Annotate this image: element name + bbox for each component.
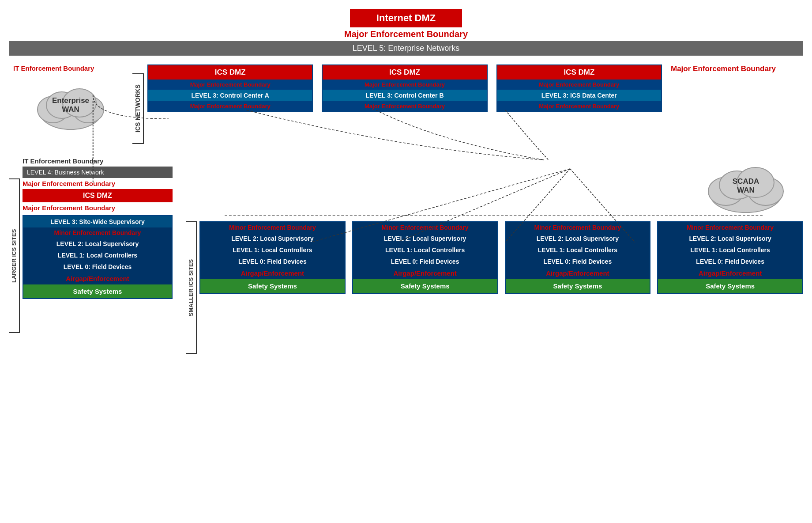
major-enforcement-right: Major Enforcement Boundary xyxy=(671,64,803,73)
large-site-level1: LEVEL 1: Local Controllers xyxy=(23,250,172,261)
small2-safety: Safety Systems xyxy=(353,279,497,293)
small-ics-box-4: Minor Enforcement Boundary LEVEL 2: Loca… xyxy=(657,221,803,294)
small2-level2: LEVEL 2: Local Supervisory xyxy=(353,233,497,244)
internet-dmz-banner: Internet DMZ xyxy=(350,9,462,27)
main-container: Internet DMZ Major Enforcement Boundary … xyxy=(0,0,812,523)
large-ics-site-box: LEVEL 3: Site-Wide Supervisory Minor Enf… xyxy=(23,215,173,299)
small3-airgap: Airgap/Enforcement xyxy=(506,267,650,279)
small1-level2-name: Local Supervisory xyxy=(260,235,313,242)
smaller-boxes-row: Minor Enforcement Boundary LEVEL 2: Loca… xyxy=(199,221,803,354)
large-site-level3: LEVEL 3: Site-Wide Supervisory xyxy=(23,216,172,227)
major-enforcement-top: Major Enforcement Boundary xyxy=(344,29,468,39)
large-level1-name: Local Controllers xyxy=(86,252,137,259)
ics-enf-2b: Major Enforcement Boundary xyxy=(323,101,486,111)
small4-level1-label: LEVEL 1: xyxy=(691,246,718,254)
ics-level-1: LEVEL 3: Control Center A xyxy=(148,90,312,101)
small4-level0-name: Field Devices xyxy=(725,258,764,265)
ics-box-3: ICS DMZ Major Enforcement Boundary LEVEL… xyxy=(496,64,662,112)
ics-dmz-3: ICS DMZ xyxy=(497,65,661,80)
ics-networks-section: ICS NETWORKS ICS DMZ Major Enforcement B… xyxy=(132,60,662,144)
major-enf-red-2: Major Enforcement Boundary xyxy=(23,204,173,212)
ics-level-2-label: LEVEL 3: xyxy=(365,92,392,99)
ics-enf-1a: Major Enforcement Boundary xyxy=(148,80,312,90)
large-level2-label: LEVEL 2: xyxy=(56,240,83,247)
ics-boxes-row: ICS DMZ Major Enforcement Boundary LEVEL… xyxy=(147,64,662,112)
small1-minor-enf: Minor Enforcement Boundary xyxy=(200,222,345,233)
ics-enf-3a: Major Enforcement Boundary xyxy=(497,80,661,90)
small4-level2: LEVEL 2: Local Supervisory xyxy=(658,233,802,244)
ics-enf-1b: Major Enforcement Boundary xyxy=(148,101,312,111)
small4-level1-name: Local Controllers xyxy=(719,246,770,254)
ics-enf-3b: Major Enforcement Boundary xyxy=(497,101,661,111)
small3-level2-name: Local Supervisory xyxy=(565,235,619,242)
large-site-airgap: Airgap/Enforcement xyxy=(23,273,172,284)
ics-dmz-1: ICS DMZ xyxy=(148,65,312,80)
enterprise-wan-cloud: Enterprise WAN xyxy=(35,79,106,132)
enterprise-wan-label: Enterprise WAN xyxy=(52,96,89,114)
small1-airgap: Airgap/Enforcement xyxy=(200,267,345,279)
small1-level1-name: Local Controllers xyxy=(261,246,312,254)
small3-level2: LEVEL 2: Local Supervisory xyxy=(506,233,650,244)
ics-level-1-name: Control Center A xyxy=(220,92,269,99)
small3-level0-name: Field Devices xyxy=(572,258,612,265)
small2-level0-name: Field Devices xyxy=(420,258,459,265)
ics-level-2-name: Control Center B xyxy=(395,92,444,99)
large-level0-label: LEVEL 0: xyxy=(64,263,90,270)
ics-level-3: LEVEL 3: ICS Data Center xyxy=(497,90,661,101)
scada-wan-row: SCADA WAN xyxy=(186,157,803,215)
larger-ics-label: LARGER ICS SITES xyxy=(9,178,20,333)
ics-enf-2a: Major Enforcement Boundary xyxy=(323,80,486,90)
ics-box-2: ICS DMZ Major Enforcement Boundary LEVEL… xyxy=(322,64,487,112)
ics-dmz-red: ICS DMZ xyxy=(23,189,173,202)
smaller-ics-section: SCADA WAN SMALLER ICS SITES Minor Enforc… xyxy=(186,157,803,354)
level4-banner: LEVEL 4: Business Network xyxy=(23,167,173,178)
small1-level1: LEVEL 1: Local Controllers xyxy=(200,244,345,256)
small2-level1-name: Local Controllers xyxy=(414,246,465,254)
larger-ics-bracket: LARGER ICS SITES xyxy=(9,157,20,354)
ics-level-2: LEVEL 3: Control Center B xyxy=(323,90,486,101)
small1-level2-label: LEVEL 2: xyxy=(231,235,258,242)
small3-level0-label: LEVEL 0: xyxy=(544,258,571,265)
small2-minor-enf: Minor Enforcement Boundary xyxy=(353,222,497,233)
small3-safety: Safety Systems xyxy=(506,279,650,293)
scada-wan-label: SCADA WAN xyxy=(733,177,759,195)
small2-airgap: Airgap/Enforcement xyxy=(353,267,497,279)
small2-level0-label: LEVEL 0: xyxy=(391,258,418,265)
small4-level2-name: Local Supervisory xyxy=(718,235,771,242)
small1-level0: LEVEL 0: Field Devices xyxy=(200,256,345,267)
small3-level1: LEVEL 1: Local Controllers xyxy=(506,244,650,256)
ics-level-1-label: LEVEL 3: xyxy=(191,92,218,99)
small3-level2-label: LEVEL 2: xyxy=(537,235,564,242)
small2-level1-label: LEVEL 1: xyxy=(385,246,412,254)
scada-wan-cloud: SCADA WAN xyxy=(706,157,786,215)
top-section: Internet DMZ Major Enforcement Boundary … xyxy=(9,9,803,60)
small2-level2-name: Local Supervisory xyxy=(413,235,466,242)
ics-dmz-2: ICS DMZ xyxy=(323,65,486,80)
section-wrapper: IT Enforcement Boundary Enterprise WAN I… xyxy=(9,60,803,354)
smaller-bracket-row: SMALLER ICS SITES Minor Enforcement Boun… xyxy=(186,221,803,354)
small4-airgap: Airgap/Enforcement xyxy=(658,267,802,279)
top-networks-row: IT Enforcement Boundary Enterprise WAN I… xyxy=(9,60,803,144)
small1-level0-name: Field Devices xyxy=(267,258,307,265)
small2-level2-label: LEVEL 2: xyxy=(384,235,411,242)
small2-level1: LEVEL 1: Local Controllers xyxy=(353,244,497,256)
small-ics-box-3: Minor Enforcement Boundary LEVEL 2: Loca… xyxy=(505,221,651,294)
it-enforcement-2: IT Enforcement Boundary xyxy=(23,157,173,165)
large-site-level0: LEVEL 0: Field Devices xyxy=(23,261,172,273)
small1-level2: LEVEL 2: Local Supervisory xyxy=(200,233,345,244)
small1-level1-label: LEVEL 1: xyxy=(233,246,259,254)
small3-level1-label: LEVEL 1: xyxy=(538,246,565,254)
large-site-safety: Safety Systems xyxy=(23,284,172,298)
large-site-level2: LEVEL 2: Local Supervisory xyxy=(23,238,172,250)
small4-minor-enf: Minor Enforcement Boundary xyxy=(658,222,802,233)
major-enf-red: Major Enforcement Boundary xyxy=(23,180,173,187)
small1-level0-label: LEVEL 0: xyxy=(238,258,265,265)
ics-networks-label: ICS NETWORKS xyxy=(132,73,144,144)
smaller-ics-bracket: SMALLER ICS SITES xyxy=(186,221,197,354)
large-site-minor-enf: Minor Enforcement Boundary xyxy=(23,227,172,238)
right-top-section: Major Enforcement Boundary xyxy=(662,60,803,144)
large-level0-name: Field Devices xyxy=(92,263,132,270)
ics-networks-bracket: ICS NETWORKS xyxy=(132,73,144,144)
left-column: IT Enforcement Boundary LEVEL 4: Busines… xyxy=(23,157,173,354)
left-section: IT Enforcement Boundary Enterprise WAN xyxy=(9,60,132,144)
